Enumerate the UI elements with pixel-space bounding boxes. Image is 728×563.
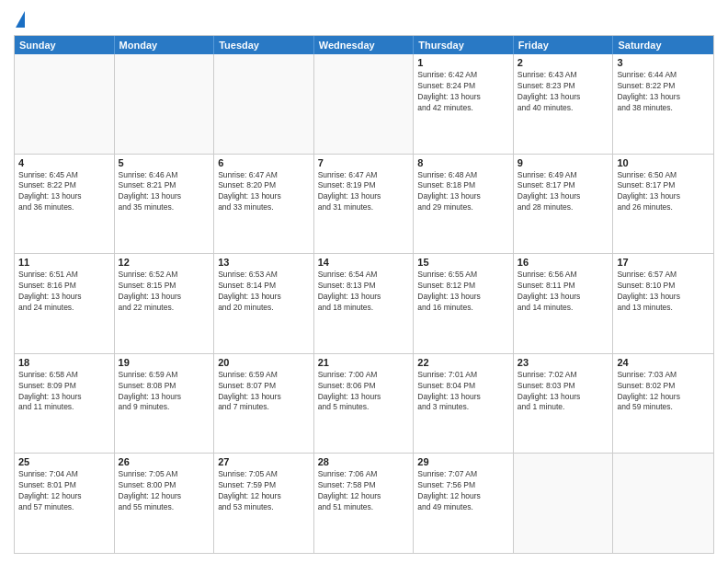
- day-info: Sunrise: 7:06 AMSunset: 7:58 PMDaylight:…: [318, 469, 410, 513]
- cal-day-19: 19Sunrise: 6:59 AMSunset: 8:08 PMDayligh…: [115, 354, 215, 454]
- header: [14, 9, 714, 28]
- cal-header-wednesday: Wednesday: [314, 36, 415, 54]
- day-number: 25: [18, 456, 110, 467]
- day-info: Sunrise: 6:42 AMSunset: 8:24 PMDaylight:…: [417, 70, 509, 114]
- day-number: 18: [18, 357, 110, 368]
- cal-day-12: 12Sunrise: 6:52 AMSunset: 8:15 PMDayligh…: [115, 254, 215, 353]
- day-info: Sunrise: 6:56 AMSunset: 8:11 PMDaylight:…: [518, 270, 609, 314]
- cal-week-3: 11Sunrise: 6:51 AMSunset: 8:16 PMDayligh…: [15, 254, 713, 354]
- cal-week-5: 25Sunrise: 7:04 AMSunset: 8:01 PMDayligh…: [15, 454, 713, 553]
- day-number: 11: [18, 257, 110, 268]
- cal-day-15: 15Sunrise: 6:55 AMSunset: 8:12 PMDayligh…: [414, 254, 514, 353]
- cal-day-24: 24Sunrise: 7:03 AMSunset: 8:02 PMDayligh…: [613, 354, 713, 454]
- day-number: 23: [518, 357, 609, 368]
- day-info: Sunrise: 7:05 AMSunset: 7:59 PMDaylight:…: [218, 469, 310, 513]
- day-number: 21: [318, 357, 410, 368]
- cal-day-16: 16Sunrise: 6:56 AMSunset: 8:11 PMDayligh…: [514, 254, 614, 353]
- day-info: Sunrise: 6:50 AMSunset: 8:17 PMDaylight:…: [617, 170, 710, 214]
- cal-header-monday: Monday: [115, 36, 215, 54]
- day-number: 29: [417, 456, 509, 467]
- cal-header-friday: Friday: [514, 36, 614, 54]
- cal-week-4: 18Sunrise: 6:58 AMSunset: 8:09 PMDayligh…: [15, 354, 713, 454]
- day-number: 5: [119, 157, 210, 168]
- day-number: 6: [218, 157, 310, 168]
- cal-empty: [514, 454, 614, 553]
- cal-day-8: 8Sunrise: 6:48 AMSunset: 8:18 PMDaylight…: [414, 155, 514, 254]
- day-number: 3: [617, 57, 710, 68]
- day-info: Sunrise: 6:53 AMSunset: 8:14 PMDaylight:…: [218, 270, 310, 314]
- day-info: Sunrise: 7:04 AMSunset: 8:01 PMDaylight:…: [18, 469, 110, 513]
- day-number: 15: [417, 257, 509, 268]
- cal-day-7: 7Sunrise: 6:47 AMSunset: 8:19 PMDaylight…: [314, 155, 415, 254]
- cal-day-26: 26Sunrise: 7:05 AMSunset: 8:00 PMDayligh…: [115, 454, 215, 553]
- cal-day-22: 22Sunrise: 7:01 AMSunset: 8:04 PMDayligh…: [414, 354, 514, 454]
- day-info: Sunrise: 6:58 AMSunset: 8:09 PMDaylight:…: [18, 370, 110, 414]
- cal-day-11: 11Sunrise: 6:51 AMSunset: 8:16 PMDayligh…: [15, 254, 115, 353]
- cal-day-10: 10Sunrise: 6:50 AMSunset: 8:17 PMDayligh…: [613, 155, 713, 254]
- cal-week-2: 4Sunrise: 6:45 AMSunset: 8:22 PMDaylight…: [15, 155, 713, 255]
- day-number: 14: [318, 257, 410, 268]
- day-info: Sunrise: 7:03 AMSunset: 8:02 PMDaylight:…: [617, 370, 710, 414]
- logo: [14, 13, 25, 28]
- calendar-body: 1Sunrise: 6:42 AMSunset: 8:24 PMDaylight…: [15, 54, 713, 553]
- cal-day-1: 1Sunrise: 6:42 AMSunset: 8:24 PMDaylight…: [414, 54, 514, 154]
- cal-empty: [15, 54, 115, 154]
- day-info: Sunrise: 7:07 AMSunset: 7:56 PMDaylight:…: [417, 469, 509, 513]
- cal-day-5: 5Sunrise: 6:46 AMSunset: 8:21 PMDaylight…: [115, 155, 215, 254]
- day-info: Sunrise: 6:54 AMSunset: 8:13 PMDaylight:…: [318, 270, 410, 314]
- cal-empty: [214, 54, 314, 154]
- day-info: Sunrise: 6:59 AMSunset: 8:08 PMDaylight:…: [119, 370, 210, 414]
- calendar-header: SundayMondayTuesdayWednesdayThursdayFrid…: [15, 36, 713, 54]
- day-number: 10: [617, 157, 710, 168]
- cal-header-sunday: Sunday: [15, 36, 115, 54]
- day-number: 17: [617, 257, 710, 268]
- cal-day-9: 9Sunrise: 6:49 AMSunset: 8:17 PMDaylight…: [514, 155, 614, 254]
- day-number: 7: [318, 157, 410, 168]
- day-info: Sunrise: 6:51 AMSunset: 8:16 PMDaylight:…: [18, 270, 110, 314]
- day-info: Sunrise: 6:47 AMSunset: 8:20 PMDaylight:…: [218, 170, 310, 214]
- day-number: 27: [218, 456, 310, 467]
- day-number: 24: [617, 357, 710, 368]
- day-number: 16: [518, 257, 609, 268]
- cal-day-28: 28Sunrise: 7:06 AMSunset: 7:58 PMDayligh…: [314, 454, 415, 553]
- day-number: 9: [518, 157, 609, 168]
- cal-day-14: 14Sunrise: 6:54 AMSunset: 8:13 PMDayligh…: [314, 254, 415, 353]
- day-info: Sunrise: 7:02 AMSunset: 8:03 PMDaylight:…: [518, 370, 609, 414]
- cal-day-3: 3Sunrise: 6:44 AMSunset: 8:22 PMDaylight…: [613, 54, 713, 154]
- day-info: Sunrise: 7:05 AMSunset: 8:00 PMDaylight:…: [119, 469, 210, 513]
- day-number: 22: [417, 357, 509, 368]
- cal-header-thursday: Thursday: [414, 36, 514, 54]
- day-number: 2: [518, 57, 609, 68]
- day-info: Sunrise: 6:55 AMSunset: 8:12 PMDaylight:…: [417, 270, 509, 314]
- day-info: Sunrise: 6:47 AMSunset: 8:19 PMDaylight:…: [318, 170, 410, 214]
- cal-day-25: 25Sunrise: 7:04 AMSunset: 8:01 PMDayligh…: [15, 454, 115, 553]
- page: SundayMondayTuesdayWednesdayThursdayFrid…: [0, 0, 728, 563]
- calendar: SundayMondayTuesdayWednesdayThursdayFrid…: [14, 35, 714, 554]
- day-number: 12: [119, 257, 210, 268]
- cal-header-saturday: Saturday: [613, 36, 713, 54]
- day-info: Sunrise: 7:00 AMSunset: 8:06 PMDaylight:…: [318, 370, 410, 414]
- day-number: 19: [119, 357, 210, 368]
- day-info: Sunrise: 6:49 AMSunset: 8:17 PMDaylight:…: [518, 170, 609, 214]
- cal-day-4: 4Sunrise: 6:45 AMSunset: 8:22 PMDaylight…: [15, 155, 115, 254]
- cal-day-21: 21Sunrise: 7:00 AMSunset: 8:06 PMDayligh…: [314, 354, 415, 454]
- day-number: 26: [119, 456, 210, 467]
- cal-day-29: 29Sunrise: 7:07 AMSunset: 7:56 PMDayligh…: [414, 454, 514, 553]
- day-info: Sunrise: 6:46 AMSunset: 8:21 PMDaylight:…: [119, 170, 210, 214]
- day-info: Sunrise: 6:57 AMSunset: 8:10 PMDaylight:…: [617, 270, 710, 314]
- day-info: Sunrise: 6:43 AMSunset: 8:23 PMDaylight:…: [518, 70, 609, 114]
- cal-day-23: 23Sunrise: 7:02 AMSunset: 8:03 PMDayligh…: [514, 354, 614, 454]
- cal-day-13: 13Sunrise: 6:53 AMSunset: 8:14 PMDayligh…: [214, 254, 314, 353]
- day-number: 13: [218, 257, 310, 268]
- cal-day-6: 6Sunrise: 6:47 AMSunset: 8:20 PMDaylight…: [214, 155, 314, 254]
- day-info: Sunrise: 6:59 AMSunset: 8:07 PMDaylight:…: [218, 370, 310, 414]
- cal-empty: [314, 54, 415, 154]
- cal-week-1: 1Sunrise: 6:42 AMSunset: 8:24 PMDaylight…: [15, 54, 713, 155]
- cal-day-2: 2Sunrise: 6:43 AMSunset: 8:23 PMDaylight…: [514, 54, 614, 154]
- cal-day-20: 20Sunrise: 6:59 AMSunset: 8:07 PMDayligh…: [214, 354, 314, 454]
- cal-day-17: 17Sunrise: 6:57 AMSunset: 8:10 PMDayligh…: [613, 254, 713, 353]
- day-info: Sunrise: 6:52 AMSunset: 8:15 PMDaylight:…: [119, 270, 210, 314]
- day-info: Sunrise: 7:01 AMSunset: 8:04 PMDaylight:…: [417, 370, 509, 414]
- cal-day-18: 18Sunrise: 6:58 AMSunset: 8:09 PMDayligh…: [15, 354, 115, 454]
- cal-day-27: 27Sunrise: 7:05 AMSunset: 7:59 PMDayligh…: [214, 454, 314, 553]
